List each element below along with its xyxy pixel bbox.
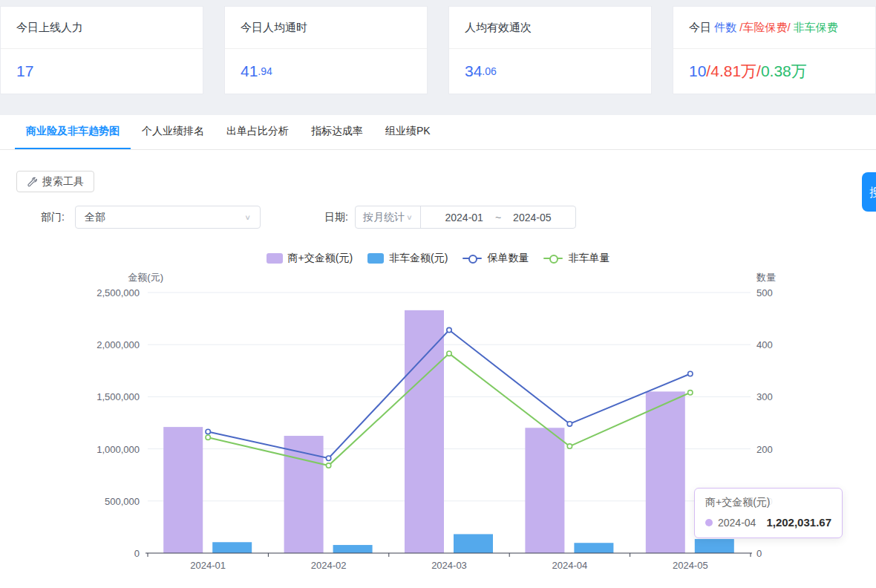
legend-item[interactable]: 保单数量	[462, 252, 529, 265]
side-floating-button[interactable]: 搜	[862, 172, 876, 212]
point-非车单量[interactable]	[688, 391, 693, 395]
text-part: 非车保费	[791, 21, 838, 33]
text-part: 4.81万	[710, 61, 756, 82]
department-select[interactable]: 全部 ∨	[75, 206, 261, 229]
text-part: 件数	[714, 21, 739, 33]
date-start-value: 2024-01	[445, 212, 483, 223]
x-axis-label: 2024-04	[552, 560, 588, 571]
card-online-manpower: 今日上线人力 17	[0, 6, 203, 94]
chevron-down-icon: ∨	[244, 213, 251, 221]
bar-商+交金额(元)[interactable]	[525, 428, 564, 553]
right-axis-tick-label: 200	[756, 444, 773, 455]
legend-line-swatch	[462, 253, 482, 264]
tab-3[interactable]: 出单占比分析	[215, 115, 300, 149]
line-保单数量[interactable]	[208, 330, 690, 459]
card-value-number: 17	[16, 62, 33, 80]
bar-非车金额(元)[interactable]	[695, 539, 734, 553]
text-part: 0.38万	[761, 61, 807, 82]
tooltip-category: 2024-04	[718, 517, 756, 529]
point-保单数量[interactable]	[206, 429, 210, 434]
card-value: 17	[1, 49, 203, 94]
bar-非车金额(元)[interactable]	[333, 545, 373, 553]
trend-chart: 2,500,0002,000,0001,500,0001,000,000500,…	[0, 267, 876, 588]
x-axis-label: 2024-02	[311, 560, 347, 571]
date-label: 日期:	[324, 206, 348, 229]
legend-bar-swatch	[367, 253, 384, 264]
card-avg-talk-time: 今日人均通时 41.94	[224, 6, 428, 94]
chart-legend: 商+交金额(元)非车金额(元)保单数量非车单量	[0, 252, 876, 265]
text-part: 今日	[689, 21, 714, 33]
legend-item[interactable]: 非车金额(元)	[367, 252, 448, 265]
right-axis-tick-label: 400	[756, 339, 773, 350]
point-保单数量[interactable]	[567, 422, 572, 426]
left-axis-tick-label: 500,000	[105, 496, 140, 507]
left-axis-tick-label: 1,000,000	[97, 444, 140, 455]
legend-item[interactable]: 商+交金额(元)	[267, 252, 353, 265]
card-value-multicolor: 10 / 4.81万 / 0.38万	[673, 49, 875, 94]
legend-line-swatch	[543, 253, 563, 264]
x-axis-label: 2024-03	[431, 560, 467, 571]
search-tools-button[interactable]: 搜索工具	[16, 171, 94, 192]
card-value-decimal: .94	[258, 65, 272, 77]
date-mode-value: 按月统计	[363, 211, 405, 224]
chart-tooltip: 商+交金额(元) 2024-04 1,202,031.67	[694, 488, 843, 538]
top-stat-area: 今日上线人力 17 今日人均通时 41.94 人均有效通次 34.06 今日 件…	[0, 0, 876, 115]
date-tilde: ~	[495, 212, 501, 223]
card-title-multicolor: 今日 件数 /车险保费/ 非车保费	[673, 7, 875, 49]
card-value-int: 41	[241, 62, 258, 80]
bar-非车金额(元)[interactable]	[574, 543, 613, 553]
tab-1[interactable]: 商业险及非车趋势图	[15, 115, 131, 149]
tab-5[interactable]: 组业绩PK	[374, 115, 442, 149]
legend-bar-swatch	[267, 253, 283, 264]
chevron-down-icon: ∨	[406, 213, 413, 221]
point-非车单量[interactable]	[447, 351, 451, 356]
dashboard-page: { "colors":{"accent_blue":"#1890ff","val…	[0, 0, 876, 588]
text-part: /车险保费/	[739, 21, 790, 33]
card-value-int: 34	[465, 62, 482, 80]
point-非车单量[interactable]	[326, 463, 330, 468]
legend-label: 保单数量	[487, 252, 529, 265]
legend-item[interactable]: 非车单量	[543, 252, 609, 265]
date-end-value: 2024-05	[513, 212, 551, 223]
bar-商+交金额(元)[interactable]	[405, 310, 444, 553]
date-range-input[interactable]: 2024-01 ~ 2024-05	[421, 212, 575, 223]
left-axis-tick-label: 1,500,000	[97, 391, 140, 402]
card-avg-effective-calls: 人均有效通次 34.06	[448, 6, 652, 94]
x-axis-label: 2024-01	[190, 560, 226, 571]
department-select-value: 全部	[85, 211, 105, 224]
left-axis-tick-label: 2,500,000	[97, 287, 140, 298]
point-保单数量[interactable]	[688, 371, 693, 376]
legend-label: 商+交金额(元)	[288, 252, 353, 265]
right-axis-title: 数量	[756, 272, 776, 283]
point-非车单量[interactable]	[567, 444, 572, 448]
card-value: 34.06	[449, 49, 651, 94]
point-保单数量[interactable]	[326, 456, 330, 460]
stat-cards: 今日上线人力 17 今日人均通时 41.94 人均有效通次 34.06 今日 件…	[0, 6, 876, 94]
card-title: 今日人均通时	[225, 7, 427, 49]
filter-row: 部门: 全部 ∨ 日期: 按月统计 ∨ 2024-01 ~ 2024-05	[0, 206, 876, 229]
tooltip-series-dot	[705, 519, 713, 526]
left-axis-title: 金额(元)	[128, 272, 163, 283]
tab-4[interactable]: 指标达成率	[300, 115, 374, 149]
card-value: 41.94	[225, 49, 427, 94]
bar-商+交金额(元)[interactable]	[646, 391, 685, 553]
tab-2[interactable]: 个人业绩排名	[131, 115, 215, 149]
text-part: 10	[689, 62, 706, 80]
bar-非车金额(元)[interactable]	[212, 542, 252, 553]
bar-非车金额(元)[interactable]	[454, 534, 493, 553]
search-tools-label: 搜索工具	[42, 175, 84, 189]
side-button-label: 搜	[869, 186, 876, 198]
x-axis-label: 2024-05	[673, 560, 708, 571]
wrench-icon	[27, 177, 37, 187]
date-mode-select[interactable]: 按月统计 ∨	[356, 206, 421, 228]
right-axis-tick-label: 0	[756, 548, 762, 559]
bar-商+交金额(元)[interactable]	[163, 427, 203, 553]
tab-bar: 商业险及非车趋势图个人业绩排名出单占比分析指标达成率组业绩PK	[0, 115, 876, 150]
card-title: 今日上线人力	[1, 7, 203, 49]
tooltip-value: 1,202,031.67	[766, 516, 831, 529]
left-axis-tick-label: 2,000,000	[97, 339, 140, 350]
point-非车单量[interactable]	[206, 435, 210, 440]
card-today-premium: 今日 件数 /车险保费/ 非车保费 10 / 4.81万 / 0.38万	[673, 6, 876, 94]
point-保单数量[interactable]	[447, 327, 451, 332]
legend-label: 非车金额(元)	[389, 252, 448, 265]
